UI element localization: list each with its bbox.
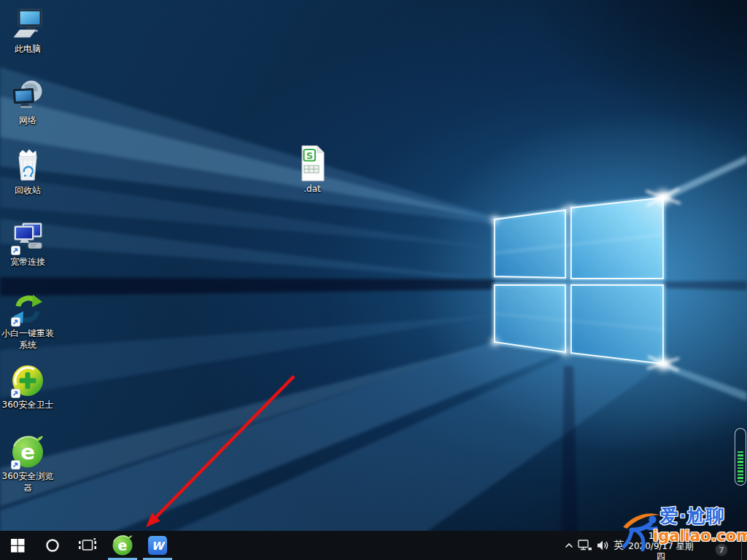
show-desktop-button[interactable] — [741, 531, 746, 560]
desktop-icon-recycle-bin[interactable]: 回收站 — [0, 149, 58, 197]
this-pc-icon — [10, 7, 45, 42]
clock-time: 17:06 — [626, 531, 696, 541]
recycle-bin-icon — [10, 149, 45, 184]
wallpaper-art — [0, 0, 747, 560]
volume-bars — [738, 451, 743, 482]
shortcut-arrow-icon — [11, 389, 20, 398]
desktop-file-dat[interactable]: S .dat — [282, 144, 343, 194]
desktop-icon-label: 小白一键重装系统 — [0, 328, 58, 351]
desktop-icon-360-browser[interactable]: e 360安全浏览器 — [0, 435, 58, 494]
network-icon — [10, 79, 45, 114]
desktop-icon-network[interactable]: 网络 — [0, 79, 58, 127]
tray-volume-button[interactable] — [594, 531, 611, 560]
desktop-icon-this-pc[interactable]: 此电脑 — [0, 7, 58, 55]
shortcut-arrow-icon — [11, 460, 20, 470]
cortana-button[interactable] — [35, 531, 70, 560]
start-button[interactable] — [0, 531, 35, 560]
windows-start-icon — [11, 539, 25, 553]
task-view-icon — [78, 537, 97, 553]
360-safeguard-icon — [10, 363, 45, 398]
desktop-icon-xiaobai-reinstall[interactable]: 小白一键重装系统 — [0, 292, 58, 351]
desktop-icon-360-safeguard[interactable]: 360安全卫士 — [0, 363, 58, 411]
tray-spacer — [696, 531, 741, 560]
wps-office-icon: W — [147, 535, 168, 556]
desktop-icon-label: 360安全卫士 — [2, 400, 54, 411]
xiaobai-reinstall-icon — [10, 292, 45, 327]
taskbar-app-wps-office[interactable]: W — [140, 531, 175, 560]
desktop-icon-label: 此电脑 — [15, 44, 41, 55]
desktop-icon-label: 回收站 — [15, 185, 41, 197]
cortana-circle-icon — [45, 538, 60, 553]
shortcut-arrow-icon — [11, 317, 20, 327]
volume-level-indicator — [735, 428, 746, 486]
360-browser-icon: e — [112, 534, 133, 556]
desktop-icon-label: 宽带连接 — [10, 257, 45, 268]
broadband-connection-icon — [10, 220, 45, 255]
speaker-icon — [596, 540, 609, 551]
clock-date: 2020/9/17 星期四 — [626, 541, 696, 560]
360-browser-icon: e — [10, 435, 45, 470]
desktop-icon-label: 网络 — [19, 115, 36, 127]
network-status-icon — [578, 540, 592, 552]
dat-file-icon: S — [295, 144, 329, 182]
shortcut-arrow-icon — [11, 246, 20, 255]
windows-desktop: 此电脑 网络 — [0, 0, 747, 560]
desktop-icon-label: 360安全浏览器 — [0, 471, 58, 494]
svg-text:e: e — [20, 440, 35, 464]
svg-text:S: S — [306, 150, 313, 161]
tray-clock[interactable]: 17:06 2020/9/17 星期四 — [626, 530, 696, 560]
tray-chevron-button[interactable] — [562, 531, 576, 560]
svg-text:W: W — [152, 540, 166, 553]
file-label: .dat — [303, 184, 321, 194]
system-tray: 英 17:06 2020/9/17 星期四 — [562, 531, 746, 560]
desktop-icon-broadband[interactable]: 宽带连接 — [0, 220, 58, 268]
taskbar-app-360-browser[interactable]: e — [105, 531, 140, 560]
tray-network-button[interactable] — [576, 531, 594, 560]
task-view-button[interactable] — [70, 531, 105, 560]
chevron-up-icon — [565, 542, 573, 548]
tray-ime-indicator[interactable]: 英 — [611, 531, 626, 560]
svg-text:e: e — [118, 537, 128, 553]
